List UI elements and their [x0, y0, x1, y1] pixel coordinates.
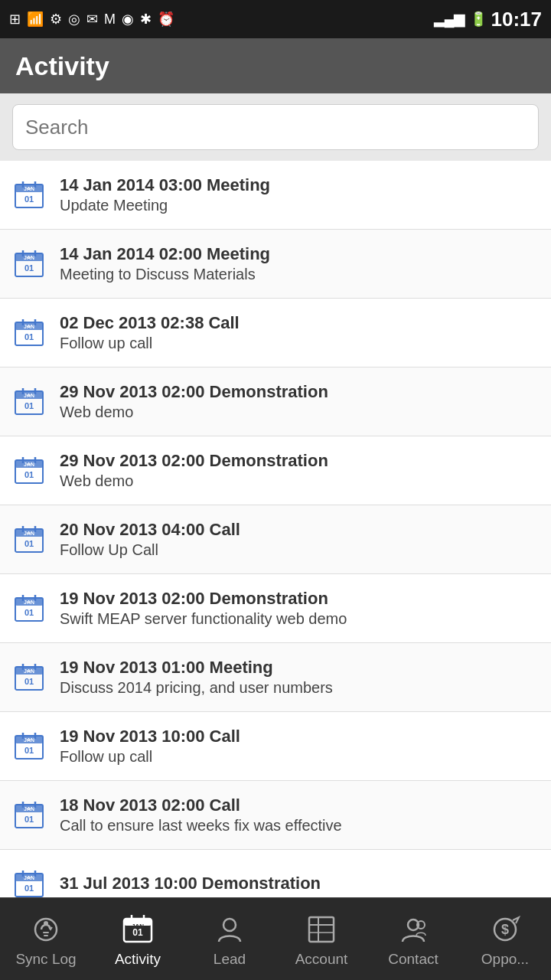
- activity-list-item[interactable]: JAN ▪▪▪ 01 02 Dec 2013 02:38 Call Follow…: [0, 299, 551, 368]
- activity-content-5: 20 Nov 2013 04:00 Call Follow Up Call: [60, 520, 539, 559]
- activity-date-1: 14 Jan 2014 02:00: [60, 244, 202, 264]
- contact-icon: [395, 911, 432, 948]
- activity-type-10: Demonstration: [202, 874, 321, 893]
- activity-list-item[interactable]: JAN ▪▪▪ 01 14 Jan 2014 03:00 Meeting Upd…: [0, 161, 551, 230]
- calendar-icon-5: JAN ▪▪▪ 01: [12, 523, 46, 557]
- activity-list-item[interactable]: JAN ▪▪▪ 01 19 Nov 2013 01:00 Meeting Dis…: [0, 643, 551, 712]
- bluetooth-icon: ✱: [140, 11, 152, 28]
- svg-rect-79: [43, 932, 49, 933]
- svg-text:01: 01: [24, 608, 34, 617]
- activity-date-10: 31 Jul 2013 10:00: [60, 874, 197, 893]
- activity-content-6: 19 Nov 2013 02:00 Demonstration Swift ME…: [60, 589, 539, 628]
- svg-text:▪▪▪: ▪▪▪: [27, 186, 31, 191]
- svg-text:01: 01: [24, 815, 34, 824]
- calendar-icon-1: JAN ▪▪▪ 01: [12, 247, 46, 281]
- calendar-icon-9: JAN ▪▪▪ 01: [12, 799, 46, 832]
- usb-icon: ⚙: [50, 11, 62, 28]
- activity-name-5: Follow Up Call: [60, 541, 539, 559]
- nav-label-account: Account: [295, 951, 348, 968]
- svg-text:▪▪▪: ▪▪▪: [27, 875, 31, 880]
- activity-type-6: Demonstration: [210, 589, 328, 609]
- nav-item-oppo[interactable]: $ Oppo...: [459, 898, 551, 980]
- nav-label-oppo: Oppo...: [481, 951, 529, 968]
- activity-name-9: Call to ensure last weeks fix was effect…: [60, 817, 539, 835]
- nav-label-contact: Contact: [388, 951, 438, 968]
- nav-item-account[interactable]: Account: [276, 898, 367, 980]
- svg-text:▪▪▪: ▪▪▪: [27, 324, 31, 328]
- page-title: Activity: [15, 51, 109, 81]
- nav-label-sync-log: Sync Log: [15, 951, 76, 968]
- activity-list-item[interactable]: JAN ▪▪▪ 01 29 Nov 2013 02:00 Demonstrati…: [0, 436, 551, 505]
- activity-type-5: Call: [210, 520, 240, 540]
- activity-list-item[interactable]: JAN ▪▪▪ 01 31 Jul 2013 10:00 Demonstrati…: [0, 850, 551, 897]
- sync-log-icon: [28, 911, 64, 948]
- svg-text:01: 01: [24, 263, 34, 273]
- svg-text:▪▪▪: ▪▪▪: [27, 393, 31, 397]
- activity-type-2: Call: [208, 313, 239, 333]
- activity-content-0: 14 Jan 2014 03:00 Meeting Update Meeting: [60, 175, 539, 214]
- activity-list-item[interactable]: JAN ▪▪▪ 01 20 Nov 2013 04:00 Call Follow…: [0, 505, 551, 574]
- activity-date-9: 18 Nov 2013 02:00: [60, 795, 205, 815]
- activity-date-7: 19 Nov 2013 01:00: [60, 658, 205, 678]
- gmail-icon: M: [104, 11, 116, 28]
- status-time: 10:17: [491, 8, 543, 31]
- svg-text:▪▪▪: ▪▪▪: [27, 599, 31, 604]
- svg-text:▪▪▪: ▪▪▪: [27, 255, 31, 260]
- activity-content-3: 29 Nov 2013 02:00 Demonstration Web demo: [60, 382, 539, 421]
- activity-list-item[interactable]: JAN ▪▪▪ 01 18 Nov 2013 02:00 Call Call t…: [0, 781, 551, 850]
- svg-point-78: [44, 921, 48, 926]
- activity-type-8: Call: [210, 727, 240, 746]
- svg-text:01: 01: [24, 470, 34, 479]
- search-input[interactable]: [12, 104, 539, 150]
- activity-content-2: 02 Dec 2013 02:38 Call Follow up call: [60, 313, 539, 352]
- activity-content-4: 29 Nov 2013 02:00 Demonstration Web demo: [60, 451, 539, 490]
- svg-text:01: 01: [24, 539, 34, 548]
- search-container: [0, 93, 551, 161]
- activity-type-4: Demonstration: [210, 451, 328, 471]
- activity-name-8: Follow up call: [60, 748, 539, 766]
- bottom-nav: Sync Log JAN 01 Activity Lead: [0, 897, 551, 980]
- wifi-icon: 📶: [27, 11, 44, 28]
- status-bar: ⊞ 📶 ⚙ ◎ ✉ M ◉ ✱ ⏰ ▂▄▆ 🔋 10:17: [0, 0, 551, 38]
- activity-name-3: Web demo: [60, 403, 539, 421]
- svg-text:▪▪▪: ▪▪▪: [27, 806, 31, 811]
- svg-point-87: [223, 919, 236, 931]
- activity-name-1: Meeting to Discuss Materials: [60, 266, 539, 283]
- activity-list-item[interactable]: JAN ▪▪▪ 01 14 Jan 2014 02:00 Meeting Mee…: [0, 230, 551, 299]
- nav-item-lead[interactable]: Lead: [184, 898, 276, 980]
- nav-item-activity[interactable]: JAN 01 Activity: [92, 898, 184, 980]
- svg-text:▪▪▪: ▪▪▪: [27, 668, 31, 673]
- activity-list: JAN ▪▪▪ 01 14 Jan 2014 03:00 Meeting Upd…: [0, 161, 551, 897]
- svg-text:$: $: [501, 922, 509, 937]
- status-right: ▂▄▆ 🔋 10:17: [434, 8, 542, 31]
- activity-name-6: Swift MEAP server functionality web demo: [60, 610, 539, 628]
- nav-label-activity: Activity: [115, 951, 161, 968]
- svg-text:01: 01: [24, 884, 34, 893]
- activity-type-1: Meeting: [207, 244, 270, 264]
- battery-level-icon: 🔋: [470, 11, 487, 28]
- svg-rect-88: [309, 917, 334, 942]
- calendar-icon-8: JAN ▪▪▪ 01: [12, 730, 46, 763]
- activity-content-9: 18 Nov 2013 02:00 Call Call to ensure la…: [60, 795, 539, 835]
- activity-name-4: Web demo: [60, 472, 539, 490]
- svg-text:▪▪▪: ▪▪▪: [27, 737, 31, 742]
- calendar-icon-0: JAN ▪▪▪ 01: [12, 178, 46, 212]
- svg-text:01: 01: [24, 677, 34, 686]
- activity-content-8: 19 Nov 2013 10:00 Call Follow up call: [60, 727, 539, 766]
- calendar-icon-2: JAN ▪▪▪ 01: [12, 316, 46, 350]
- activity-list-item[interactable]: JAN ▪▪▪ 01 19 Nov 2013 10:00 Call Follow…: [0, 712, 551, 781]
- signal-icon: ▂▄▆: [434, 11, 465, 28]
- activity-date-5: 20 Nov 2013 04:00: [60, 520, 205, 540]
- alarm-icon: ⏰: [158, 11, 174, 28]
- activity-content-1: 14 Jan 2014 02:00 Meeting Meeting to Dis…: [60, 244, 539, 283]
- eye-icon: ◉: [122, 11, 134, 28]
- svg-rect-80: [44, 935, 48, 936]
- activity-date-3: 29 Nov 2013 02:00: [60, 382, 205, 402]
- nav-item-sync-log[interactable]: Sync Log: [0, 898, 92, 980]
- activity-date-4: 29 Nov 2013 02:00: [60, 451, 205, 471]
- svg-text:01: 01: [24, 401, 34, 410]
- activity-list-item[interactable]: JAN ▪▪▪ 01 29 Nov 2013 02:00 Demonstrati…: [0, 368, 551, 436]
- calendar-icon-3: JAN ▪▪▪ 01: [12, 385, 46, 419]
- nav-item-contact[interactable]: Contact: [367, 898, 459, 980]
- activity-list-item[interactable]: JAN ▪▪▪ 01 19 Nov 2013 02:00 Demonstrati…: [0, 574, 551, 643]
